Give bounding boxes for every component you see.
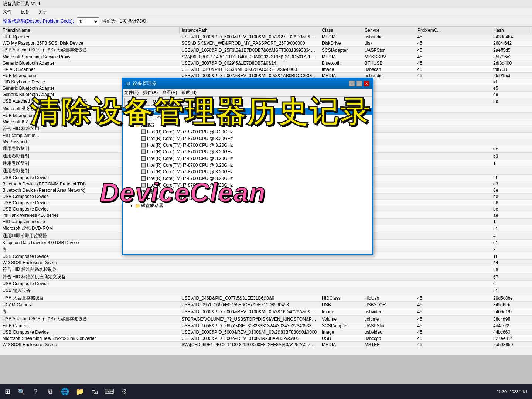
table-row[interactable]: HUB SpeakerUSB\VID_0000&PID_5003&REV_010…: [0, 34, 532, 40]
tree-item[interactable]: ▼📁磁盘驱动器: [123, 202, 372, 209]
devmgr-menu-help[interactable]: 帮助(H): [181, 89, 197, 96]
table-cell: [320, 281, 362, 287]
col-friendlyname[interactable]: FriendlyName: [0, 27, 180, 34]
table-cell: 0e: [491, 145, 532, 153]
table-row[interactable]: WD SCSI Enclosure Device44: [0, 260, 532, 266]
taskbar-icon-edge[interactable]: 🌐: [58, 385, 72, 398]
table-cell: USB\VID_03F0&PID_1353&MI_00\6&1AC3F5ED&3…: [179, 66, 320, 73]
table-row[interactable]: HP AIO ScannerUSB\VID_03F0&PID_1353&MI_0…: [0, 66, 532, 73]
tree-expand-icon[interactable]: [134, 142, 140, 148]
taskbar-icon-cortana[interactable]: ?: [29, 385, 42, 398]
tree-expand-icon[interactable]: ▼: [129, 203, 134, 209]
tree-item[interactable]: 📄工作: [123, 115, 372, 122]
devmgr-menu-action[interactable]: 操作(A): [143, 89, 158, 96]
col-instancepath[interactable]: InstancePath: [179, 27, 320, 34]
tree-expand-icon[interactable]: [134, 108, 140, 114]
taskbar-icon-store[interactable]: 🛍: [88, 385, 101, 398]
table-row[interactable]: USB Attached SCSI (UAS) 大容量存储设备USB\VID_1…: [0, 47, 532, 54]
tree-expand-icon[interactable]: [134, 162, 140, 168]
tree-item[interactable]: ▼📁传感器: [123, 188, 372, 195]
tree-expand-icon[interactable]: [134, 175, 140, 181]
maximize-button[interactable]: □: [356, 81, 362, 86]
tree-item[interactable]: 🔲Intel(R) Core(TM) i7-8700 CPU @ 3.20GHz: [123, 182, 372, 188]
table-cell: [362, 287, 415, 294]
table-cell: 1f: [491, 253, 532, 260]
tree-expand-icon[interactable]: [134, 196, 140, 202]
tree-expand-icon[interactable]: [140, 115, 146, 121]
tree-item[interactable]: 🔲Intel(R) Core(TM) i7-8700 CPU @ 3.20GHz: [123, 142, 372, 149]
tree-expand-icon[interactable]: [134, 149, 140, 155]
table-row[interactable]: USB Attached SCSI (UAS) 大容量存储设备STORAGE\V…: [0, 316, 532, 323]
taskbar-icon-cmd[interactable]: ⌨: [103, 385, 116, 398]
table-cell: [320, 287, 362, 294]
table-row[interactable]: WD My Passport 25F3 SCSI Disk DeviceSCSI…: [0, 40, 532, 47]
col-problemcode[interactable]: ProblemC...: [415, 27, 491, 34]
table-cell: [415, 105, 491, 113]
table-cell: USB: [320, 335, 362, 342]
table-row[interactable]: UCAM CameraUSB\VID_0951_1666\E0D55E6CE7A…: [0, 302, 532, 308]
tree-item[interactable]: 🔲Intel(R) Core(TM) i7-8700 CPU @ 3.20GHz: [123, 135, 372, 142]
table-row[interactable]: Microsoft Streaming Service ProxySW\{96E…: [0, 54, 532, 60]
filter-label[interactable]: 设备状态码(Devoce Problem Code):: [3, 18, 74, 24]
scan-button[interactable]: 🔍: [189, 98, 197, 106]
start-button[interactable]: ⊞: [0, 384, 15, 399]
tree-item[interactable]: 🔲Intel(R) Core(TM) i7-8700 CPU @ 3.20GHz: [123, 129, 372, 135]
tree-item[interactable]: 🔲Intel(R) Core(TM) i7-8700 CPU @ 3.20GHz: [123, 162, 372, 168]
tree-item-label: Intel(R) Core(TM) i7-8700 CPU @ 3.20GHz: [147, 149, 233, 154]
up-button[interactable]: ↑: [142, 98, 150, 106]
tree-item-icon: 🔲: [140, 129, 146, 135]
tree-item-label: Intel(R) Core(TM) i7-8700 CPU @ 3.20GHz: [147, 169, 233, 174]
taskbar-icon-settings[interactable]: ⚙: [117, 385, 131, 398]
tree-item[interactable]: 🔲Microsoft Visual Studio Location Simula…: [123, 195, 372, 202]
tree-item[interactable]: 🔲Intel(R) Core(TM) i7-8700 CPU @ 3.20GHz: [123, 168, 372, 175]
col-service[interactable]: Serivce: [362, 27, 415, 34]
tree-item[interactable]: 💾My Passport: [123, 108, 372, 115]
tree-item[interactable]: 🔲Intel(R) Core(TM) i7-8700 CPU @ 3.20GHz: [123, 149, 372, 155]
tree-expand-icon[interactable]: [134, 156, 140, 161]
tree-expand-icon[interactable]: [134, 182, 140, 188]
table-row[interactable]: Generic Bluetooth AdapterUSB\VID_8087&PI…: [0, 60, 532, 66]
table-row[interactable]: Microsoft Streaming Tee/Sink-to-Sink Con…: [0, 335, 532, 342]
table-cell: 卷: [0, 308, 180, 316]
table-row[interactable]: USB 输入设备51: [0, 287, 532, 294]
table-row[interactable]: Ink Tank Wireless 410 seriesSCSI\ENCLOSU…: [0, 348, 532, 348]
search-button[interactable]: 🔍: [15, 385, 28, 398]
forward-button[interactable]: ▶: [133, 98, 141, 106]
tree-item[interactable]: 🔲Intel(R) Core(TM) i7-8700 CPU @ 3.20GHz: [123, 175, 372, 182]
update-driver-button[interactable]: ⬆: [171, 98, 180, 106]
tree-item-label: Microsoft Visual Studio Location Simulat…: [147, 196, 245, 201]
tree-expand-icon[interactable]: ▼: [129, 189, 134, 195]
properties-button[interactable]: 📋: [163, 98, 171, 106]
table-row[interactable]: USB Composite Device6: [0, 281, 532, 287]
table-row[interactable]: HUB CameraUSB\VID_1058&PID_2655\MSFT3032…: [0, 323, 532, 329]
table-row[interactable]: 卷USB\VID_0000&PID_6000&REV_0100&MI_00\2&…: [0, 308, 532, 316]
refresh-button[interactable]: ⟳: [151, 98, 159, 106]
minimize-button[interactable]: —: [349, 81, 355, 86]
close-button[interactable]: ✕: [364, 81, 369, 86]
col-hash[interactable]: Hash: [491, 27, 532, 34]
uninstall-button[interactable]: ✕: [180, 98, 188, 106]
toolbar-help[interactable]: ?: [201, 98, 209, 106]
tree-expand-icon[interactable]: ▼: [129, 122, 134, 128]
filter-select[interactable]: 45: [77, 17, 99, 25]
devmgr-menu-view[interactable]: 查看(V): [162, 89, 177, 96]
back-button[interactable]: ◀: [124, 98, 132, 106]
table-row[interactable]: USB 大容量存储设备USB\VID_046D&PID_C077\5&31EE3…: [0, 294, 532, 302]
devmgr-menu-file[interactable]: 文件(F): [124, 89, 139, 96]
menu-file[interactable]: 文件: [1, 8, 13, 16]
tree-expand-icon[interactable]: [134, 129, 140, 135]
table-row[interactable]: WD SCSI Enclosure DeviceSW\{CFD669F1-9BC…: [0, 342, 532, 348]
taskbar-icon-taskview[interactable]: ⧉: [44, 385, 57, 398]
menu-about[interactable]: 关于: [37, 8, 49, 16]
table-cell: [415, 212, 491, 219]
tree-item[interactable]: 🔲Intel(R) Core(TM) i7-8700 CPU @ 3.20GHz: [123, 155, 372, 162]
taskbar-icon-explorer[interactable]: 📁: [73, 385, 86, 398]
table-row[interactable]: USB Composite DeviceUSB\VID_0000&PID_500…: [0, 329, 532, 335]
table-row[interactable]: 符合 HID 标准的系统控制器98: [0, 266, 532, 273]
tree-item[interactable]: ▼📁处理器: [123, 122, 372, 129]
table-row[interactable]: 符合 HID 标准的供应商定义设备67: [0, 273, 532, 281]
menu-device[interactable]: 设备: [19, 8, 31, 16]
tree-expand-icon[interactable]: [134, 169, 140, 175]
tree-expand-icon[interactable]: [134, 136, 140, 141]
col-class[interactable]: Class: [320, 27, 362, 34]
